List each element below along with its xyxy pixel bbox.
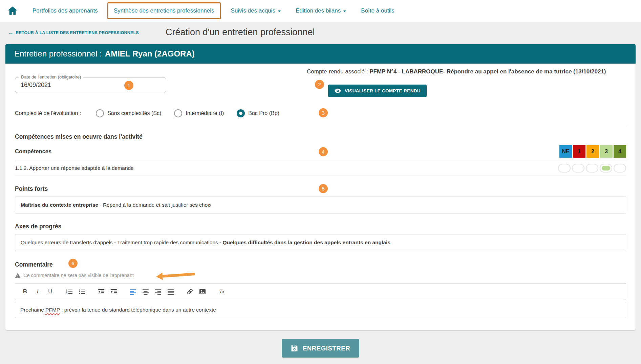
radio-bac-pro[interactable]: Bac Pro (Bp) [237, 109, 279, 117]
competences-table-header: Compétences 4 NE 1 2 3 4 [15, 145, 626, 160]
report-value: PFMP N°4 - LABARROQUE- Répondre au appel… [369, 68, 606, 75]
points-forts-field[interactable]: Maîtrise du contexte entreprise - Répond… [15, 197, 626, 213]
radio-label: Bac Pro (Bp) [248, 110, 279, 116]
view-report-button[interactable]: VISUALISER LE COMPTE-RENDU [328, 85, 427, 97]
align-center-button[interactable] [141, 287, 150, 296]
radio-icon-selected [237, 109, 245, 117]
comment-warning-text: Ce commentaire ne sera pas visible de l'… [23, 273, 134, 278]
rating-oval-ne[interactable] [558, 164, 571, 173]
bold-button[interactable]: B [21, 287, 29, 296]
rating-oval-4[interactable] [614, 164, 626, 173]
comment-warning-row: Ce commentaire ne sera pas visible de l'… [15, 272, 626, 279]
comment-text: : prévoir la tenue du standard téléphoni… [60, 307, 216, 313]
scale-box-2: 2 [586, 145, 599, 158]
chevron-down-icon [343, 10, 346, 12]
banner-prefix: Entretien professionnel : [14, 49, 102, 59]
card-header-banner: Entretien professionnel : AMIEL Ryan (2A… [5, 44, 636, 64]
italic-button[interactable]: I [33, 287, 42, 296]
radio-sans-complexites[interactable]: Sans complexités (Sc) [96, 109, 161, 117]
unordered-list-button[interactable] [78, 287, 86, 296]
report-action-row: 2 VISUALISER LE COMPTE-RENDU [315, 79, 606, 97]
annotation-arrow-icon [156, 270, 195, 280]
scale-box-ne: NE [559, 145, 572, 158]
footer: ENREGISTRER [0, 330, 641, 358]
nav-label: Suivis des acquis [231, 7, 275, 14]
indent-button[interactable] [109, 287, 118, 296]
save-button[interactable]: ENREGISTRER [282, 339, 359, 358]
step-badge-2: 2 [315, 80, 324, 89]
radio-icon [174, 109, 182, 117]
points-forts-title: Points forts [15, 185, 48, 192]
nav-synthese-des-entretiens[interactable]: Synthèse des entretiens professionnels [107, 2, 221, 19]
commentaire-head: Commentaire 6 [15, 261, 626, 268]
back-link[interactable]: ← RETOUR À LA LISTE DES ENTRETIENS PROFE… [8, 30, 139, 35]
competences-section-title: Compétences mises en oeuvre dans l'activ… [15, 133, 626, 140]
complexity-label: Complexité de l'évaluation : [15, 110, 81, 116]
justify-button[interactable] [166, 287, 175, 296]
top-navigation: Portfolios des apprenants Synthèse des e… [0, 0, 641, 22]
home-icon [8, 6, 17, 15]
competence-row: 1.1.2. Apporter une réponse adaptée à la… [15, 160, 626, 176]
date-field-label: Date de l'entretien (obligatoire) [19, 74, 83, 79]
competences-column-header: Compétences [15, 148, 51, 155]
banner-student-name: AMIEL Ryan (2AGORA) [105, 49, 195, 59]
step-badge-3: 3 [319, 108, 328, 117]
axes-progres-title: Axes de progrès [15, 223, 61, 230]
rating-oval-1[interactable] [572, 164, 584, 173]
axes-progres-field[interactable]: Quelques erreurs de transferts d'appels … [15, 234, 626, 251]
radio-icon [96, 109, 104, 117]
commentaire-title: Commentaire [15, 261, 53, 268]
step-badge-4: 4 [319, 147, 328, 156]
rating-scale-legend: NE 1 2 3 4 [559, 145, 626, 158]
report-block: Compte-rendu associé : PFMP N°4 - LABARR… [307, 68, 606, 97]
image-button[interactable] [198, 287, 207, 296]
comment-editor-area[interactable]: Prochaine PFMP : prévoir la tenue du sta… [15, 302, 626, 318]
step-badge-5: 5 [319, 184, 328, 193]
axes-progres-text: Quelques erreurs de transferts d'appels … [21, 240, 223, 245]
back-arrow-icon: ← [8, 31, 14, 35]
eye-icon [334, 88, 341, 93]
richtext-toolbar: B I U 123 [15, 283, 626, 300]
warning-icon [15, 273, 21, 278]
rating-oval-2[interactable] [586, 164, 598, 173]
nav-portfolios-des-apprenants[interactable]: Portfolios des apprenants [33, 7, 98, 14]
outdent-button[interactable] [97, 287, 106, 296]
nav-label: Édition des bilans [296, 7, 341, 14]
comment-misspelled-word: PFMP [45, 307, 60, 313]
entretien-card: Entretien professionnel : AMIEL Ryan (2A… [5, 44, 636, 330]
points-forts-bold-text: Maîtrise du contexte entreprise [21, 202, 98, 208]
radio-intermediaire[interactable]: Intermédiaire (I) [174, 109, 224, 117]
card-body: Date de l'entretien (obligatoire) 1 Comp… [5, 64, 636, 330]
competence-label: 1.1.2. Apporter une réponse adaptée à la… [15, 165, 134, 171]
svg-text:3: 3 [66, 293, 68, 295]
ordered-list-button[interactable]: 123 [65, 287, 74, 296]
nav-boite-a-outils[interactable]: Boîte à outils [361, 7, 394, 14]
rating-oval-3-selected[interactable] [600, 164, 612, 173]
competence-rating-options [558, 164, 626, 173]
align-right-button[interactable] [154, 287, 163, 296]
axes-progres-head: Axes de progrès [15, 223, 626, 230]
align-left-button-active[interactable] [129, 287, 137, 296]
nav-edition-des-bilans[interactable]: Édition des bilans [296, 7, 346, 14]
underline-button[interactable]: U [46, 287, 55, 296]
nav-suivis-des-acquis[interactable]: Suivis des acquis [231, 7, 281, 14]
scale-box-4: 4 [614, 145, 626, 158]
divider [15, 127, 626, 127]
top-fields-row: Date de l'entretien (obligatoire) 1 Comp… [15, 77, 626, 97]
page-title: Création d'un entretien professionnel [166, 27, 315, 38]
chevron-down-icon [278, 10, 281, 12]
axes-progres-bold-text: Quelques difficultés dans la gestion des… [223, 240, 390, 245]
report-line: Compte-rendu associé : PFMP N°4 - LABARR… [307, 68, 606, 75]
save-floppy-icon [291, 345, 298, 352]
date-field[interactable]: Date de l'entretien (obligatoire) 1 [15, 77, 166, 93]
radio-label: Sans complexités (Sc) [107, 110, 161, 116]
scale-box-1: 1 [573, 145, 585, 158]
date-input[interactable] [15, 81, 100, 89]
step-badge-1: 1 [124, 81, 133, 90]
clear-formatting-button[interactable]: Tx [217, 287, 226, 296]
complexity-row: Complexité de l'évaluation : Sans comple… [15, 109, 626, 117]
link-button[interactable] [186, 287, 194, 296]
home-button[interactable] [7, 6, 18, 16]
subheader: ← RETOUR À LA LISTE DES ENTRETIENS PROFE… [0, 22, 641, 44]
scale-box-3: 3 [600, 145, 613, 158]
